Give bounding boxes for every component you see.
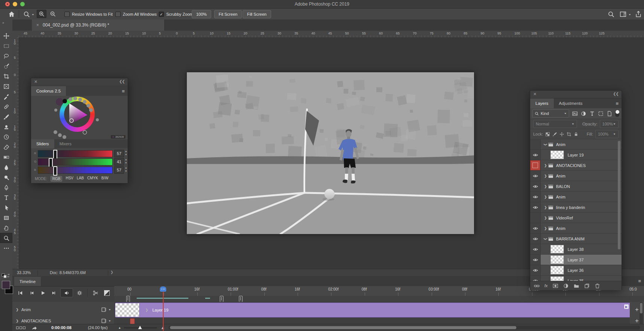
blue-slider-track[interactable] — [38, 167, 113, 174]
saturation-triangle[interactable] — [64, 101, 90, 127]
timeline-settings-gear-icon[interactable] — [75, 288, 84, 297]
layer-row-layer-35[interactable]: Layer 35 — [530, 276, 622, 281]
previous-frame-button[interactable] — [27, 288, 36, 297]
layer-row-balon[interactable]: ❯ BALON — [530, 181, 622, 192]
green-value-field[interactable]: 41 — [114, 158, 124, 166]
new-layer-icon[interactable] — [584, 283, 590, 289]
layer-visibility-toggle[interactable] — [530, 265, 541, 275]
red-stepper[interactable]: ▲▼ — [125, 150, 127, 157]
layer-visibility-toggle[interactable] — [530, 139, 541, 149]
layer-row-anim[interactable]: ❯ Anim — [530, 139, 622, 150]
timeline-zoom-slider[interactable] — [124, 327, 157, 328]
pen-tool[interactable] — [0, 182, 12, 192]
timeline-menu-icon[interactable]: ≡ — [638, 278, 641, 284]
audio-mute-button[interactable] — [60, 288, 73, 297]
play-button[interactable] — [38, 288, 48, 297]
layer-row-layer-19[interactable]: Layer 19 — [530, 150, 622, 160]
blue-value-field[interactable]: 57 — [114, 166, 124, 174]
scrollbar-thumb[interactable] — [170, 326, 516, 329]
horizontal-ruler[interactable]: 4540353025201510505101520253035404550556… — [19, 31, 644, 38]
zoom-out-mode-button[interactable] — [48, 10, 58, 18]
spot-healing-brush-tool[interactable] — [0, 101, 12, 112]
layer-row-linea-y-banderin[interactable]: ❯ linea y banderin — [530, 202, 622, 213]
share-icon[interactable] — [635, 11, 642, 17]
layer-visibility-red[interactable] — [530, 160, 541, 170]
panel-menu-icon[interactable]: ≡ — [122, 88, 125, 94]
workspace-icon[interactable] — [620, 11, 626, 17]
zoom-tool-options-icon[interactable] — [23, 11, 30, 17]
type-tool[interactable] — [0, 192, 12, 203]
mode-cmyk[interactable]: CMYK — [87, 176, 98, 182]
rectangle-tool[interactable] — [0, 213, 12, 223]
filter-kind-dropdown[interactable]: Kind ▼ — [532, 109, 569, 118]
brush-tool[interactable] — [0, 112, 12, 122]
edit-toolbar-ellipsis[interactable] — [0, 243, 12, 253]
tab-adjustments[interactable]: Adjustments — [554, 98, 588, 108]
track-expand-chevron-icon[interactable]: ❯ — [15, 319, 20, 323]
move-tool[interactable] — [0, 31, 12, 41]
group-expand-chevron-icon[interactable]: ❯ — [543, 216, 548, 220]
group-expand-chevron-icon[interactable]: ❯ — [543, 185, 548, 188]
tab-layers[interactable]: Layers — [530, 98, 554, 108]
layer-effects-icon[interactable]: fx — [544, 283, 548, 288]
split-clip-scissors-icon[interactable] — [91, 288, 100, 297]
clip-chevron-icon[interactable]: ❯ — [144, 308, 149, 312]
clip-layer-19[interactable]: ❯ Layer 19 ▶ — [115, 303, 631, 318]
layer-thumbnail[interactable] — [550, 151, 564, 159]
mode-rgb[interactable]: RGB — [51, 176, 63, 182]
tool-preset-chevron-icon[interactable]: ▼ — [31, 13, 34, 16]
track-header-anim[interactable]: ❯ Anim ▼ — [12, 302, 115, 318]
zoom-level-field[interactable]: 33.33% — [17, 270, 31, 275]
scrubby-zoom-checkbox[interactable]: ✓ — [159, 12, 164, 17]
group-expand-chevron-icon[interactable]: ❯ — [543, 206, 548, 209]
hue-selector[interactable] — [83, 130, 87, 134]
layer-visibility-toggle[interactable] — [530, 150, 541, 160]
timeline-vertical-scrollbar[interactable] — [640, 302, 643, 325]
coolorus-tab[interactable]: Coolorus 2.5 — [31, 86, 66, 96]
dodge-tool[interactable] — [0, 172, 12, 182]
group-expand-chevron-icon[interactable]: ❯ — [543, 227, 548, 230]
eraser-tool[interactable] — [0, 142, 12, 152]
filter-pixel-layers-icon[interactable] — [572, 111, 578, 116]
lock-artboard-icon[interactable] — [566, 131, 571, 137]
blend-mode-dropdown[interactable]: Normal▼ — [533, 120, 577, 128]
vertical-ruler[interactable]: 1 05051 01 52 02 53 03 54 04 55 0 — [12, 37, 19, 269]
clone-stamp-tool[interactable] — [0, 122, 12, 132]
layer-visibility-toggle[interactable] — [530, 192, 541, 202]
transition-button[interactable] — [102, 288, 112, 297]
layer-thumbnail[interactable] — [550, 255, 564, 264]
layer-row-barrita-anim[interactable]: ❯ BARRITA ANIM — [530, 234, 622, 244]
work-area-start-handle[interactable] — [126, 296, 130, 302]
layers-scrollbar[interactable] — [618, 141, 620, 249]
track-filmstrip-icon[interactable]: ▼ — [101, 319, 111, 323]
timeline-zoom-thumb[interactable] — [138, 326, 142, 329]
fill-screen-button[interactable]: Fill Screen — [243, 10, 271, 18]
filter-toggle-switch[interactable] — [615, 110, 619, 117]
timeline-horizontal-scrollbar[interactable] — [168, 326, 640, 330]
lock-transparency-icon[interactable] — [545, 131, 550, 137]
zoom-tool[interactable] — [0, 233, 12, 243]
green-stepper[interactable]: ▲▼ — [125, 158, 127, 165]
lock-all-icon[interactable] — [574, 131, 578, 137]
workspace-chevron-icon[interactable]: ▼ — [628, 13, 631, 16]
layer-visibility-toggle[interactable] — [530, 234, 541, 244]
track-expand-chevron-icon[interactable]: ❯ — [15, 308, 20, 312]
foreground-color-swatch[interactable] — [2, 281, 10, 289]
zoom-in-mode-button[interactable] — [37, 10, 46, 18]
layer-row-anim[interactable]: ❯ Anim — [530, 223, 622, 234]
red-slider-track[interactable] — [38, 150, 113, 157]
group-expand-chevron-icon[interactable]: ❯ — [543, 174, 548, 178]
first-frame-button[interactable] — [15, 288, 25, 297]
home-icon[interactable] — [8, 11, 15, 17]
status-chevron-icon[interactable]: ❯ — [110, 270, 113, 274]
eyedropper-tool[interactable] — [0, 91, 12, 101]
delete-layer-icon[interactable] — [595, 283, 600, 289]
zoom-100-button[interactable]: 100% — [192, 10, 211, 18]
timeline-tab[interactable]: Timeline — [14, 277, 41, 286]
mode-bw[interactable]: B/W — [101, 176, 109, 182]
collapse-panel-icon[interactable]: ❮❮ — [119, 79, 125, 83]
lock-position-icon[interactable] — [559, 131, 564, 137]
tab-sliders[interactable]: Sliders — [31, 139, 54, 148]
filter-adjustment-layers-icon[interactable] — [581, 111, 586, 116]
track-filmstrip-icon[interactable]: ▼ — [101, 307, 111, 312]
